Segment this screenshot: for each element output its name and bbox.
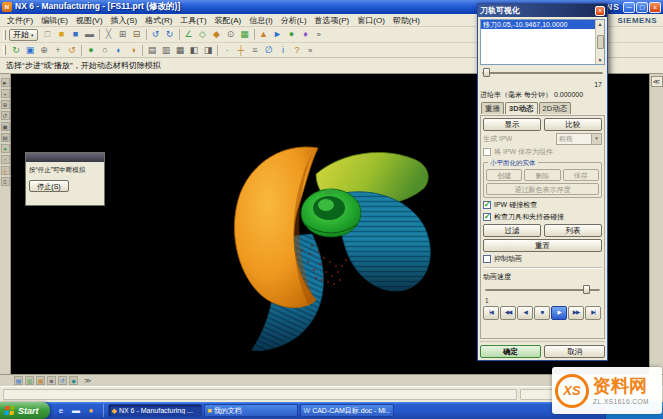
menu-items-item-6[interactable]: 装配(A): [211, 15, 246, 26]
shaded-view-icon[interactable]: ●: [84, 44, 98, 57]
reset-button[interactable]: 重置: [483, 239, 602, 252]
shaded-tool-icon[interactable]: ●: [1, 144, 10, 153]
extrude-icon[interactable]: ◆: [210, 28, 224, 41]
layer-settings-icon[interactable]: ≡: [248, 44, 262, 57]
front-tool-icon[interactable]: ▤: [1, 133, 10, 142]
print-icon[interactable]: ▬: [83, 28, 97, 41]
face-analysis-icon[interactable]: ◑: [126, 44, 140, 57]
select-tool-icon[interactable]: ►: [1, 78, 10, 87]
trimetric-view-icon[interactable]: ◨: [201, 44, 215, 57]
hole-icon[interactable]: ⊙: [224, 28, 238, 41]
show-button[interactable]: 显示: [483, 118, 541, 131]
ipw-collision-checkbox[interactable]: ✓: [483, 201, 491, 209]
generate-ipw-select[interactable]: 粗糙 ▾: [556, 133, 602, 145]
start-application-button[interactable]: 开始 ▾: [9, 29, 38, 41]
go-to-start-button[interactable]: |◀: [483, 306, 499, 320]
collapse-strip-button[interactable]: ≪: [651, 76, 663, 87]
machine-tool-icon[interactable]: ♦: [299, 28, 313, 41]
stop-dialog-title-bar[interactable]: [26, 153, 104, 162]
menu-items-item-3[interactable]: 插入(S): [107, 15, 142, 26]
create-operation-icon[interactable]: ▲: [257, 28, 271, 41]
menu-items-item-8[interactable]: 分析(L): [277, 15, 311, 26]
slider-thumb[interactable]: [483, 68, 490, 77]
open-icon[interactable]: ■: [55, 28, 69, 41]
pan-tool-icon[interactable]: +: [1, 89, 10, 98]
dock-overflow-chevron[interactable]: ≫: [84, 377, 91, 385]
scroll-down-icon[interactable]: ▼: [598, 57, 603, 63]
zoom-icon[interactable]: ⊕: [37, 44, 51, 57]
undo-icon[interactable]: ↺: [149, 28, 163, 41]
help-icon[interactable]: ?: [290, 44, 304, 57]
slider-thumb[interactable]: [583, 285, 590, 294]
wireframe-view-icon[interactable]: ○: [98, 44, 112, 57]
rewind-button[interactable]: ◀◀: [500, 306, 516, 320]
fast-forward-button[interactable]: ▶▶: [568, 306, 584, 320]
sketch-icon[interactable]: ∠: [182, 28, 196, 41]
layers-tool-icon[interactable]: ≡: [1, 177, 10, 186]
studio-render-icon[interactable]: ◐: [112, 44, 126, 57]
verify-toolpath-icon[interactable]: ●: [285, 28, 299, 41]
toolpath-move-list-selected-item[interactable]: 移刀0.05,-10.9467,10.0000: [481, 20, 604, 29]
holder-collision-checkbox[interactable]: ✓: [483, 213, 491, 221]
step-back-button[interactable]: ◀: [517, 306, 533, 320]
toolbar-grip[interactable]: [3, 30, 6, 40]
animation-speed-slider[interactable]: [483, 284, 602, 295]
start-button[interactable]: Start: [0, 402, 50, 419]
tab-3d-dynamic[interactable]: 3D动态: [505, 102, 538, 114]
pan-icon[interactable]: +: [51, 44, 65, 57]
toolpath-move-list[interactable]: 移刀0.05,-10.9467,10.0000 ▲ ▼: [480, 19, 605, 65]
operation-navigator-icon[interactable]: ▦: [36, 376, 45, 385]
scroll-up-icon[interactable]: ▲: [598, 21, 603, 27]
compare-button[interactable]: 比较: [544, 118, 602, 131]
stop-playback-button[interactable]: ■: [534, 306, 550, 320]
wcs-icon[interactable]: ┼: [234, 44, 248, 57]
menu-items-item-7[interactable]: 信息(I): [245, 15, 277, 26]
history-icon[interactable]: ↺: [58, 376, 67, 385]
zoom-tool-icon[interactable]: ⊕: [1, 100, 10, 109]
tab-2d-dynamic[interactable]: 2D动态: [539, 102, 572, 114]
redo-icon[interactable]: ↻: [163, 28, 177, 41]
cancel-button[interactable]: 取消: [544, 345, 605, 358]
dialog-close-icon[interactable]: ×: [595, 6, 605, 16]
stop-button[interactable]: 停止(S): [29, 180, 69, 192]
menu-items-item-4[interactable]: 格式(R): [141, 15, 176, 26]
assembly-navigator-icon[interactable]: ▤: [14, 376, 23, 385]
information-icon[interactable]: i: [276, 44, 290, 57]
replay-position-slider[interactable]: [480, 67, 605, 78]
part-navigator-icon[interactable]: ▥: [25, 376, 34, 385]
measure-icon[interactable]: ∅: [262, 44, 276, 57]
cut-icon[interactable]: ╳: [102, 28, 116, 41]
minimize-button[interactable]: ─: [623, 2, 635, 13]
toolbar-grip[interactable]: [3, 45, 6, 55]
toolbar-overflow-chevron[interactable]: »: [317, 30, 321, 39]
menu-items-item-1[interactable]: 编辑(E): [37, 15, 72, 26]
datum-plane-icon[interactable]: ◇: [196, 28, 210, 41]
play-button[interactable]: ▶: [551, 306, 567, 320]
menu-items-item-9[interactable]: 首选项(P): [311, 15, 354, 26]
menu-items-item-5[interactable]: 工具(T): [176, 15, 210, 26]
list-button[interactable]: 列表: [544, 224, 602, 237]
pattern-feature-icon[interactable]: ▦: [238, 28, 252, 41]
paste-icon[interactable]: ⊟: [130, 28, 144, 41]
quick-launch-desktop-icon[interactable]: ▬: [70, 404, 83, 417]
filter-button[interactable]: 过滤: [483, 224, 541, 237]
generate-toolpath-icon[interactable]: ►: [271, 28, 285, 41]
task-my-documents[interactable]: ■我的文档: [204, 404, 298, 417]
go-to-end-button[interactable]: ▶|: [585, 306, 601, 320]
restore-button[interactable]: □: [636, 2, 648, 13]
tab-replay[interactable]: 重播: [481, 102, 504, 114]
quick-launch-media-icon[interactable]: ●: [85, 404, 98, 417]
menu-items-item-2[interactable]: 视图(V): [72, 15, 107, 26]
wcs-tool-icon[interactable]: ┼: [1, 166, 10, 175]
dialog-title-bar[interactable]: 刀轨可视化 ×: [478, 4, 607, 17]
top-view-icon[interactable]: ▥: [159, 44, 173, 57]
task-word-doc[interactable]: WCAD-CAM目标.doc - Mi...: [300, 404, 394, 417]
materials-icon[interactable]: ◆: [69, 376, 78, 385]
copy-icon[interactable]: ⊞: [116, 28, 130, 41]
suppress-animation-checkbox[interactable]: [483, 255, 491, 263]
toolbar-overflow-chevron[interactable]: »: [308, 46, 312, 55]
quick-launch-ie-icon[interactable]: e: [55, 404, 68, 417]
wireframe-tool-icon[interactable]: ○: [1, 155, 10, 164]
save-icon[interactable]: ■: [69, 28, 83, 41]
rotate-view-icon[interactable]: ↺: [65, 44, 79, 57]
